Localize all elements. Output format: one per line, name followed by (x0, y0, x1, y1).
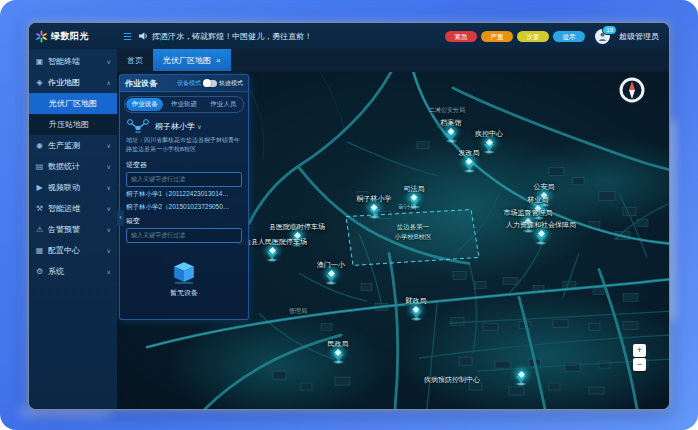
top-header: 绿数阳光 ☰ 挥洒汗水，铸就辉煌！中国健儿，勇往直前！ 紧急 严重 次要 提示 (29, 23, 669, 49)
device-mode-label: 设备模式 (177, 79, 201, 88)
section-box-transformer: 箱变 (120, 213, 248, 228)
user-role-label: 超级管理员 (619, 31, 659, 42)
alarm-badge-major[interactable]: 严重 (481, 31, 513, 42)
chevron-down-icon: ∨ (107, 163, 111, 170)
chevron-down-icon: ∨ (107, 58, 111, 65)
sidebar-collapse-handle[interactable]: ‹ (117, 210, 124, 226)
announcement-bar: 挥洒汗水，铸就辉煌！中国健儿，勇往直前！ (138, 31, 445, 42)
map-marker[interactable]: 财政局 (406, 296, 427, 322)
map-marker[interactable]: 发改局 (459, 148, 480, 174)
sidebar-item-booster-station-map[interactable]: 升压站地图 (29, 114, 117, 135)
tab-home[interactable]: 首页 (117, 49, 153, 71)
map-marker[interactable]: 档案馆 (441, 118, 462, 144)
browser-frame: 绿数阳光 ☰ 挥洒汗水，铸就辉煌！中国健儿，勇往直前！ 紧急 严重 次要 提示 (0, 0, 698, 430)
panel-tab-devices[interactable]: 作业设备 (126, 98, 163, 111)
map-marker[interactable]: 民政局 (328, 339, 349, 365)
drone-icon (126, 118, 150, 134)
sidebar-item-config-center[interactable]: ▦ 配置中心 ∨ (29, 240, 117, 261)
panel-tab-personnel[interactable]: 作业人员 (205, 98, 242, 111)
beacon-icon (266, 248, 278, 263)
beacon-icon (515, 372, 527, 387)
empty-text: 暂无设备 (170, 288, 198, 298)
panel-header: 作业设备 设备模式 轨迹模式 (120, 75, 248, 92)
sidebar-item-work-map[interactable]: ◈ 作业地图 ∧ (29, 72, 117, 93)
compass-control[interactable] (618, 76, 646, 104)
main-area: 首页 光伏厂区地图 × (117, 49, 669, 409)
work-device-panel: 作业设备 设备模式 轨迹模式 作业设备 作业轨迹 作业人员 (119, 74, 249, 320)
work-map-submenu: 光伏厂区地图 升压站地图 (29, 93, 117, 135)
sidebar: ▣ 智能终端 ∨ ◈ 作业地图 ∧ 光伏厂区地图 升压站地图 ◉ 生产监测 ∨ (29, 49, 117, 409)
map-marker[interactable]: 人力资源和社会保障局 (506, 220, 576, 246)
beacon-icon (408, 195, 420, 210)
sidebar-item-data-statistics[interactable]: ▤ 数据统计 ∨ (29, 156, 117, 177)
sidebar-item-production-monitor[interactable]: ◉ 生产监测 ∨ (29, 135, 117, 156)
announcement-text: 挥洒汗水，铸就辉煌！中国健儿，勇往直前！ (152, 31, 312, 42)
speaker-icon (138, 31, 148, 41)
empty-state: 暂无设备 (120, 243, 248, 315)
map-text-label: 疾病预防控制中心 (424, 375, 480, 385)
app-body: ▣ 智能终端 ∨ ◈ 作业地图 ∧ 光伏厂区地图 升压站地图 ◉ 生产监测 ∨ (29, 49, 669, 409)
map-canvas[interactable]: 盐边县第一 小学校B校区 二滩公安分局 审计局 管理局 疾病预防控制中心 档案馆… (117, 72, 669, 409)
area-label: 盐边县第一 小学校B校区 (395, 222, 432, 242)
notification-count-badge: 19 (602, 25, 617, 35)
map-zoom-control: + − (633, 344, 646, 371)
alarm-badge-critical[interactable]: 紧急 (445, 31, 477, 42)
inverter-list: 桐子林小学1（201122423013014… 桐子林小学2（201501023… (120, 187, 248, 213)
alert-icon: ⚠ (35, 225, 44, 234)
mode-toggle-switch[interactable] (203, 80, 217, 87)
beacon-icon (332, 350, 344, 365)
wrench-icon: ⚒ (35, 204, 44, 213)
chevron-up-icon: ∧ (107, 79, 111, 86)
zoom-out-button[interactable]: − (633, 358, 646, 371)
gear-icon: ⚙ (35, 267, 44, 276)
logo-text: 绿数阳光 (51, 30, 89, 43)
station-address: 地址：四川省攀枝花市盐边县桐子林镇青年路盐边县第一小学校B校区 (120, 135, 248, 157)
sidebar-item-alarm-warning[interactable]: ⚠ 告警预警 ∨ (29, 219, 117, 240)
beacon-icon (368, 205, 380, 220)
beacon-icon (445, 129, 457, 144)
station-dropdown[interactable]: 桐子林小学 ∨ (155, 121, 202, 132)
beacon-icon (410, 307, 422, 322)
sidebar-item-smart-ops[interactable]: ⚒ 智能运维 ∨ (29, 198, 117, 219)
settings-icon: ▦ (35, 246, 44, 255)
sidebar-item-system[interactable]: ⚙ 系统 ∨ (29, 261, 117, 282)
track-mode-label: 轨迹模式 (219, 79, 243, 88)
compass-icon (618, 76, 646, 104)
terminal-icon: ▣ (35, 57, 44, 66)
box-transformer-filter-input[interactable] (126, 228, 242, 243)
beacon-icon (483, 140, 495, 155)
map-marker[interactable]: 渔门一小 (317, 260, 345, 286)
list-item[interactable]: 桐子林小学1（201122423013014… (126, 190, 242, 199)
alarm-badge-minor[interactable]: 次要 (517, 31, 549, 42)
chevron-down-icon: ∨ (107, 226, 111, 233)
brand: 绿数阳光 (29, 30, 121, 43)
map-marker[interactable] (515, 372, 527, 387)
tab-pv-plant-map[interactable]: 光伏厂区地图 × (153, 49, 231, 71)
beacon-icon (535, 231, 547, 246)
map-marker[interactable]: 司法局 (404, 184, 425, 210)
map-marker[interactable]: 桐子林小学 (357, 194, 392, 220)
gauge-icon: ◉ (35, 141, 44, 150)
panel-tab-tracks[interactable]: 作业轨迹 (165, 98, 202, 111)
map-icon: ◈ (35, 78, 44, 87)
chevron-down-icon: ∨ (107, 205, 111, 212)
station-selector-row: 桐子林小学 ∨ (120, 115, 248, 135)
chevron-down-icon: ∨ (107, 247, 111, 254)
alarm-badge-info[interactable]: 提示 (553, 31, 585, 42)
user-avatar[interactable]: 19 (595, 29, 610, 44)
chevron-down-icon: ∨ (107, 184, 111, 191)
video-icon: ▶ (35, 183, 44, 192)
inverter-filter-input[interactable] (126, 172, 242, 187)
list-item[interactable]: 桐子林小学2（201501023729050… (126, 203, 242, 212)
app-window: 绿数阳光 ☰ 挥洒汗水，铸就辉煌！中国健儿，勇往直前！ 紧急 严重 次要 提示 (28, 22, 670, 410)
tab-bar: 首页 光伏厂区地图 × (117, 49, 669, 72)
close-tab-icon[interactable]: × (216, 56, 221, 65)
mode-toggle-group: 设备模式 轨迹模式 (177, 79, 243, 88)
sidebar-item-video-linkage[interactable]: ▶ 视频联动 ∨ (29, 177, 117, 198)
beacon-icon (325, 271, 337, 286)
collapse-menu-icon[interactable]: ☰ (123, 31, 132, 42)
chevron-down-icon: ∨ (197, 124, 201, 130)
zoom-in-button[interactable]: + (633, 344, 646, 357)
sidebar-item-pv-plant-map[interactable]: 光伏厂区地图 (29, 93, 117, 114)
sidebar-item-smart-terminal[interactable]: ▣ 智能终端 ∨ (29, 51, 117, 72)
